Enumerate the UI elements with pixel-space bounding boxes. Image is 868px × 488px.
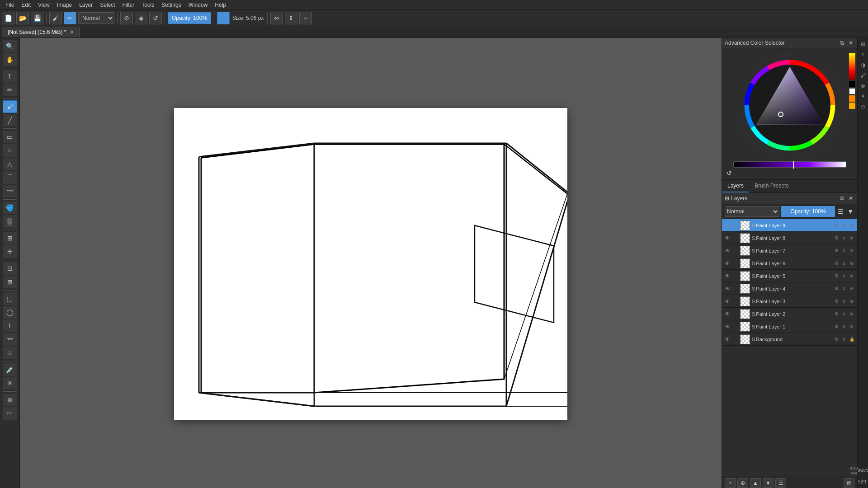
- menu-settings[interactable]: Settings: [158, 2, 184, 8]
- color-selector-float-button[interactable]: ⧉: [839, 39, 845, 47]
- fr-icon-5[interactable]: ⊗: [859, 81, 868, 90]
- layer-alpha-7[interactable]: α: [840, 247, 848, 254]
- layer-item-6[interactable]: 👁 S Paint Layer 6 ⚙ α ⊗: [722, 257, 857, 270]
- mirror-y-button[interactable]: ⇕: [285, 12, 297, 24]
- polygon-tool[interactable]: △: [3, 158, 17, 170]
- select-rect-tool[interactable]: ⬚: [3, 292, 17, 305]
- color-refresh-button[interactable]: ↺: [726, 169, 732, 177]
- layer-alpha-2[interactable]: α: [840, 310, 848, 318]
- copy-layer-button[interactable]: ⊕: [737, 478, 748, 488]
- color-swatch-1[interactable]: [849, 53, 855, 80]
- layer-visibility-0[interactable]: 👁: [724, 336, 731, 343]
- menu-help[interactable]: Help: [211, 2, 230, 8]
- layer-alpha-5[interactable]: α: [840, 272, 848, 280]
- move-layer-up-button[interactable]: ▲: [750, 478, 761, 488]
- save-doc-button[interactable]: 💾: [31, 12, 43, 24]
- freehand-path-tool[interactable]: 〜: [3, 185, 17, 197]
- line-tool[interactable]: ╱: [3, 114, 17, 127]
- fill-tool[interactable]: 🪣: [3, 202, 17, 214]
- brush-icon-button[interactable]: 🖌: [49, 12, 62, 24]
- paint-tool[interactable]: ✏: [3, 84, 17, 96]
- color-wheel-svg[interactable]: [736, 51, 844, 160]
- color-swatch-yellow[interactable]: [849, 103, 855, 109]
- opacity-button[interactable]: Opacity: 100%: [168, 12, 211, 24]
- layer-lock-4[interactable]: ⊗: [848, 285, 855, 292]
- text-tool[interactable]: T: [3, 70, 17, 83]
- layer-check-9[interactable]: ✓: [732, 222, 738, 229]
- layer-lock-9[interactable]: ⊗: [848, 222, 855, 229]
- layer-lock-0[interactable]: 🔒: [848, 336, 855, 343]
- menu-tools[interactable]: Tools: [138, 2, 158, 8]
- layer-lock-1[interactable]: ⊗: [848, 323, 855, 330]
- menu-select[interactable]: Select: [96, 2, 118, 8]
- layer-visibility-2[interactable]: 👁: [724, 310, 731, 318]
- freehand-brush-tool[interactable]: 🖌: [3, 100, 17, 113]
- layer-visibility-4[interactable]: 👁: [724, 285, 731, 292]
- layer-item-0[interactable]: 👁 S Background ⚙ α 🔒: [722, 333, 857, 346]
- menu-image[interactable]: Image: [53, 2, 75, 8]
- menu-view[interactable]: View: [34, 2, 53, 8]
- layer-lock-2[interactable]: ⊗: [848, 310, 855, 318]
- doc-tab[interactable]: [Not Saved] (15.6 MiB) * ✕: [2, 27, 80, 38]
- layer-visibility-8[interactable]: 👁: [724, 235, 731, 242]
- layer-settings-5[interactable]: ⚙: [833, 272, 840, 280]
- layer-settings-0[interactable]: ⚙: [833, 336, 840, 343]
- layer-visibility-5[interactable]: 👁: [724, 272, 731, 280]
- layer-check-1[interactable]: [732, 324, 738, 330]
- zoom-canvas-tool[interactable]: ⊕: [3, 394, 17, 406]
- layer-item-2[interactable]: 👁 S Paint Layer 2 ⚙ α ⊗: [722, 308, 857, 320]
- layer-lock-5[interactable]: ⊗: [848, 272, 855, 280]
- layer-alpha-1[interactable]: α: [840, 323, 848, 330]
- stabilizer-button[interactable]: ╌: [299, 12, 312, 24]
- layer-check-5[interactable]: [732, 273, 738, 279]
- layer-alpha-9[interactable]: α: [840, 222, 848, 229]
- layer-visibility-1[interactable]: 👁: [724, 323, 731, 330]
- select-magic-tool[interactable]: ⊹: [3, 347, 17, 359]
- layer-alpha-0[interactable]: α: [840, 336, 848, 343]
- layer-settings-9[interactable]: ⚙: [833, 222, 840, 229]
- layer-item-4[interactable]: 👁 S Paint Layer 4 ⚙ α ⊗: [722, 282, 857, 295]
- layer-settings-1[interactable]: ⚙: [833, 323, 840, 330]
- canvas-area[interactable]: [20, 38, 722, 488]
- layer-settings-8[interactable]: ⚙: [833, 235, 840, 242]
- layer-options-more-button[interactable]: ☰: [775, 478, 786, 488]
- layer-visibility-9[interactable]: 👁: [724, 222, 731, 229]
- layer-lock-8[interactable]: ⊗: [848, 235, 855, 242]
- blend-mode-select[interactable]: Normal: [78, 12, 114, 24]
- layer-settings-7[interactable]: ⚙: [833, 247, 840, 254]
- doc-close-button[interactable]: ✕: [70, 29, 74, 35]
- gradient-tool[interactable]: ▒: [3, 215, 17, 228]
- select-lasso-tool[interactable]: ⌤: [3, 333, 17, 346]
- smart-patch-tool[interactable]: ✳: [3, 377, 17, 389]
- fr-icon-6[interactable]: ✦: [859, 92, 868, 101]
- layer-check-4[interactable]: [732, 286, 738, 292]
- layer-item-1[interactable]: 👁 S Paint Layer 1 ⚙ α ⊗: [722, 320, 857, 333]
- menu-window[interactable]: Window: [185, 2, 212, 8]
- layer-options-button[interactable]: ☰: [837, 208, 844, 215]
- fr-icon-2[interactable]: ≡: [859, 50, 868, 59]
- eraser-button[interactable]: ⊘: [120, 12, 133, 24]
- color-swatch-white[interactable]: [849, 88, 855, 94]
- eyedropper-tool[interactable]: 💉: [3, 363, 17, 376]
- ellipse-tool[interactable]: ○: [3, 144, 17, 157]
- layer-visibility-6[interactable]: 👁: [724, 260, 731, 267]
- move-layer-down-button[interactable]: ▼: [763, 478, 774, 488]
- layers-float-button[interactable]: ⧉: [839, 195, 845, 202]
- layer-settings-4[interactable]: ⚙: [833, 285, 840, 292]
- select-ellipse-tool[interactable]: ◯: [3, 306, 17, 319]
- menu-layer[interactable]: Layer: [75, 2, 96, 8]
- layer-lock-3[interactable]: ⊗: [848, 298, 855, 305]
- layer-item-3[interactable]: 👁 S Paint Layer 3 ⚙ α ⊗: [722, 295, 857, 308]
- open-doc-button[interactable]: 📂: [16, 12, 29, 24]
- layer-alpha-8[interactable]: α: [840, 235, 848, 242]
- tab-layers[interactable]: Layers: [722, 180, 749, 192]
- layer-item-9[interactable]: 👁 ✓ S Paint Layer 9 ⚙ α ⊗: [722, 219, 857, 232]
- select-freehand-tool[interactable]: ⌇: [3, 319, 17, 332]
- transform-tool[interactable]: ⊞: [3, 232, 17, 244]
- zoom-tool[interactable]: 🔍: [3, 40, 17, 52]
- layer-item-7[interactable]: 👁 S Paint Layer 7 ⚙ α ⊗: [722, 244, 857, 257]
- menu-filter[interactable]: Filter: [119, 2, 138, 8]
- layer-item-8[interactable]: 👁 S Paint Layer 8 ⚙ α ⊗: [722, 232, 857, 244]
- layer-check-6[interactable]: [732, 260, 738, 267]
- layers-close-button[interactable]: ✕: [847, 195, 854, 202]
